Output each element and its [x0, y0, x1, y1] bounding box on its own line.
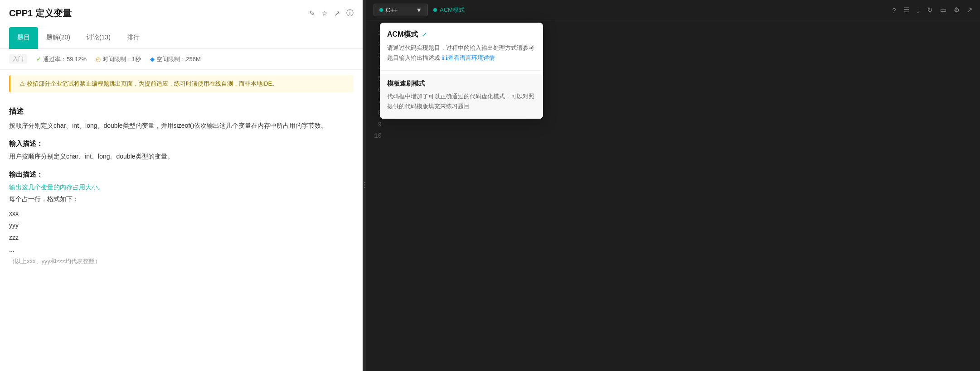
info-link-icon: ℹ — [442, 54, 444, 61]
language-selector[interactable]: C++ ▼ — [374, 4, 428, 16]
output-line-1: xxx — [9, 207, 354, 220]
list-icon[interactable]: ☰ — [903, 6, 909, 14]
description-title: 描述 — [9, 107, 354, 116]
tab-solutions[interactable]: 题解(20) — [38, 27, 78, 49]
header-icon-group: ✎ ☆ ↗ ⓘ — [309, 9, 354, 18]
difficulty-badge: 入门 — [9, 54, 27, 64]
problem-title: CPP1 定义变量 — [9, 7, 72, 19]
warning-bar: ⚠ 校招部分企业笔试将禁止编程题跳出页面，为提前适应，练习时请使用在线自测，而非… — [9, 75, 354, 92]
acm-mode-popup: ACM模式 ✓ 请通过代码实现题目，过程中的输入输出处理方式请参考题目输入输出描… — [380, 23, 543, 119]
tab-rank[interactable]: 排行 — [119, 27, 148, 49]
fullscreen-icon[interactable]: ↗ — [967, 6, 973, 14]
meta-bar: 入门 ✓ 通过率：59.12% ◴ 时间限制：1秒 ◆ 空间限制：256M — [0, 49, 363, 70]
clock-icon: ◴ — [96, 56, 101, 63]
lang-dot — [379, 8, 383, 12]
settings-icon[interactable]: ⚙ — [954, 6, 960, 14]
description-text: 按顺序分别定义char、int、long、double类型的变量，并用sizeo… — [9, 120, 354, 131]
popup-title-row: ACM模式 ✓ — [387, 30, 536, 39]
right-panel: C++ ▼ ACM模式 ? ☰ ↓ ↻ ▭ ⚙ ↗ — [366, 0, 980, 371]
check-icon: ✓ — [36, 56, 41, 63]
mode-label: ACM模式 — [440, 6, 465, 14]
popup-header: ACM模式 ✓ 请通过代码实现题目，过程中的输入输出处理方式请参考题目输入输出描… — [380, 23, 543, 67]
line-num-10: 10 — [366, 130, 389, 142]
output-line-2: yyy — [9, 219, 354, 231]
help-icon[interactable]: ? — [892, 6, 896, 14]
output-line-4: ... — [9, 244, 354, 256]
info-icon[interactable]: ⓘ — [346, 9, 354, 18]
output-line-3: zzz — [9, 231, 354, 244]
popup-section: 模板速刷模式 代码框中增加了可以正确通过的代码虚化模式，可以对照提供的代码模版填… — [380, 74, 543, 119]
input-description-text: 用户按顺序分别定义char、int、long、double类型的变量。 — [9, 151, 354, 162]
output-description-title: 输出描述： — [9, 170, 354, 179]
popup-section-desc: 代码框中增加了可以正确通过的代码虚化模式，可以对照提供的代码模版填充来练习题目 — [387, 92, 536, 111]
output-highlight: 输出这几个变量的内存占用大小。 — [9, 182, 354, 193]
tab-bar: 题目 题解(20) 讨论(13) 排行 — [0, 27, 363, 49]
editor-toolbar: C++ ▼ ACM模式 ? ☰ ↓ ↻ ▭ ⚙ ↗ — [366, 0, 980, 20]
chevron-down-icon: ▼ — [416, 6, 422, 14]
language-label: C++ — [386, 6, 398, 14]
expand-icon[interactable]: ▭ — [940, 6, 946, 14]
time-limit: ◴ 时间限制：1秒 — [96, 55, 141, 63]
input-description-title: 输入描述： — [9, 140, 354, 148]
output-note: （以上xxx、yyy和zzz均代表整数） — [9, 257, 354, 265]
panel-divider[interactable]: ••• — [363, 0, 366, 371]
problem-content: 描述 按顺序分别定义char、int、long、double类型的变量，并用si… — [0, 98, 363, 371]
tab-problem[interactable]: 题目 — [9, 27, 38, 49]
share-icon[interactable]: ↗ — [334, 9, 340, 18]
popup-title: ACM模式 — [387, 30, 418, 39]
download-icon[interactable]: ↓ — [917, 6, 920, 14]
popup-link[interactable]: ℹ ℹ查看语言环境详情 — [442, 54, 495, 61]
mode-dot — [433, 8, 437, 12]
output-examples: xxx yyy zzz ... — [9, 207, 354, 255]
line-num-9: 9 — [366, 119, 389, 130]
tab-discuss[interactable]: 讨论(13) — [78, 27, 119, 49]
pass-rate: ✓ 通过率：59.12% — [36, 55, 87, 63]
popup-divider — [380, 70, 543, 71]
popup-section-title: 模板速刷模式 — [387, 80, 536, 88]
output-format-label: 每个占一行，格式如下： — [9, 193, 354, 205]
star-icon[interactable]: ☆ — [321, 9, 328, 18]
left-panel: CPP1 定义变量 ✎ ☆ ↗ ⓘ 题目 题解(20) 讨论(13) 排行 入门… — [0, 0, 363, 371]
toolbar-right-icons: ? ☰ ↓ ↻ ▭ ⚙ ↗ — [892, 6, 973, 14]
problem-header: CPP1 定义变量 ✎ ☆ ↗ ⓘ — [0, 0, 363, 27]
verified-icon: ✓ — [422, 30, 427, 39]
memory-limit: ◆ 空间限制：256M — [150, 55, 201, 63]
popup-description: 请通过代码实现题目，过程中的输入输出处理方式请参考题目输入输出描述或 ℹ ℹ查看… — [387, 43, 536, 63]
edit-icon[interactable]: ✎ — [309, 9, 315, 18]
refresh-icon[interactable]: ↻ — [927, 6, 933, 14]
memory-icon: ◆ — [150, 56, 155, 63]
mode-badge[interactable]: ACM模式 — [433, 6, 465, 14]
